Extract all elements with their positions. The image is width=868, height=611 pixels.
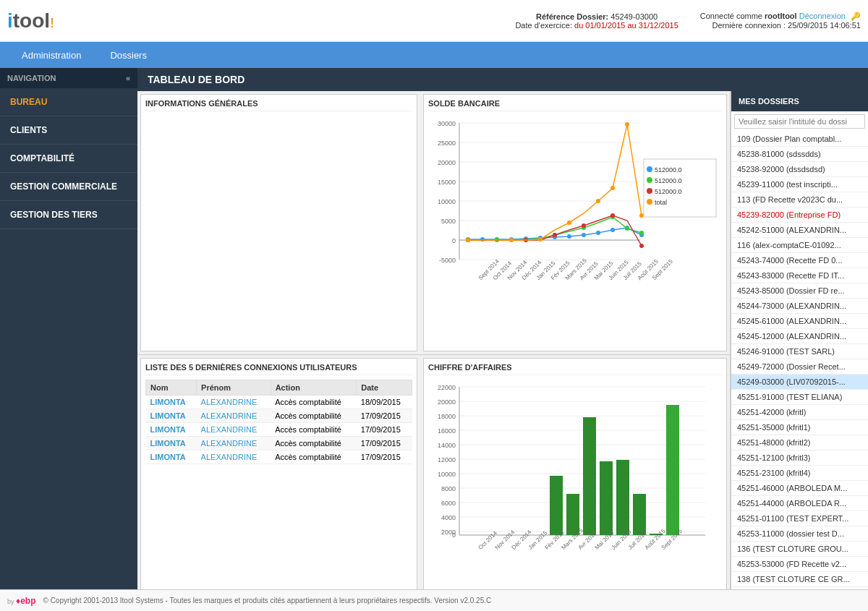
list-item[interactable]: 45253-53000 (FD Recette v2...: [731, 557, 868, 572]
conn-nom: LIMONTA: [146, 436, 197, 450]
svg-text:30000: 30000: [438, 120, 456, 127]
svg-point-55: [582, 223, 586, 228]
sidebar: NAVIGATION « BUREAU CLIENTS COMPTABILITÉ…: [0, 68, 137, 589]
list-item[interactable]: 45238-92000 (dssdsdsd): [731, 162, 868, 177]
svg-text:10000: 10000: [438, 198, 456, 205]
list-item[interactable]: 45249-03000 (LIV07092015-...: [731, 375, 868, 390]
list-item[interactable]: 45253-11000 (dossier test D...: [731, 526, 868, 542]
footer-logo: by ♦ebp: [7, 596, 35, 606]
svg-text:512000.0: 512000.0: [655, 166, 682, 174]
list-item[interactable]: 45242-51000 (ALEXANDRIN...: [731, 223, 868, 238]
chiffre-panel-title: CHIFFRE D'AFFAIRES: [428, 363, 722, 375]
sidebar-item-gestion-tiers[interactable]: GESTION DES TIERS: [0, 201, 137, 229]
list-item[interactable]: 45249-72000 (Dossier Recet...: [731, 359, 868, 375]
info-content: [145, 116, 412, 275]
sidebar-item-comptabilite[interactable]: COMPTABILITÉ: [0, 145, 137, 173]
svg-text:5000: 5000: [441, 218, 456, 225]
list-item[interactable]: 113 (FD Recette v2023C du...: [731, 192, 868, 208]
conn-prenom: ALEXANDRINE: [197, 422, 271, 436]
svg-text:6000: 6000: [441, 500, 456, 507]
conn-prenom: ALEXANDRINE: [197, 395, 271, 409]
chiffre-chart: 22000 20000 18000 16000 14000 12000 1000…: [428, 380, 722, 575]
svg-rect-109: [616, 460, 629, 535]
col-action: Action: [271, 380, 357, 395]
list-item[interactable]: 45243-85000 (Dossier FD re...: [731, 283, 868, 299]
panels: INFORMATIONS GÉNÉRALES SOLDE BANCAIRE: [137, 91, 868, 589]
footer-copyright: © Copyright 2001-2013 Itool Systems - To…: [43, 597, 491, 604]
reference-value: 45249-03000: [610, 12, 658, 21]
nav-administration[interactable]: Administration: [7, 44, 95, 67]
list-item[interactable]: 45251-42000 (kfritl): [731, 405, 868, 420]
key-icon: 🔑: [851, 12, 861, 20]
svg-text:20000: 20000: [438, 398, 456, 406]
list-item[interactable]: 45251-91000 (TEST ELIANA): [731, 390, 868, 405]
content-header: TABLEAU DE BORD: [137, 68, 868, 91]
conn-prenom: ALEXANDRINE: [197, 409, 271, 422]
list-item[interactable]: 45251-01100 (TEST EXPERT...: [731, 511, 868, 526]
conn-nom: LIMONTA: [146, 395, 197, 409]
list-item[interactable]: 45245-12000 (ALEXANDRIN...: [731, 329, 868, 344]
last-login: Dernière connexion : 25/09/2015 14:06:51: [700, 21, 861, 30]
list-item[interactable]: 45251-48000 (kfritl2): [731, 435, 868, 450]
sidebar-header: NAVIGATION «: [0, 68, 137, 88]
list-item[interactable]: 45246-91000 (TEST SARL): [731, 344, 868, 359]
list-item[interactable]: 45239-82000 (Entreprise FD): [731, 208, 868, 223]
svg-point-69: [647, 177, 652, 183]
svg-text:512000.0: 512000.0: [655, 177, 682, 184]
list-item[interactable]: 116 (alex-comptaCE-01092...: [731, 238, 868, 253]
conn-prenom: ALEXANDRINE: [197, 450, 271, 463]
list-item[interactable]: 138 (TEST CLOTURE CE GR...: [731, 572, 868, 587]
svg-text:4000: 4000: [441, 514, 456, 521]
list-item[interactable]: 136 (TEST CLOTURE GROU...: [731, 542, 868, 557]
list-item[interactable]: 45256-92000 (alexlivR?v2.0...: [731, 587, 868, 589]
svg-point-51: [639, 231, 644, 235]
col-prenom: Prénom: [197, 380, 271, 395]
conn-action: Accès comptabilité: [271, 395, 357, 409]
sidebar-item-clients[interactable]: CLIENTS: [0, 116, 137, 145]
list-item[interactable]: 45251-12100 (kfritl3): [731, 450, 868, 466]
svg-text:25000: 25000: [438, 140, 456, 147]
list-item[interactable]: 109 (Dossier Plan comptabl...: [731, 132, 868, 147]
svg-text:-5000: -5000: [439, 257, 456, 264]
sidebar-collapse[interactable]: «: [126, 74, 130, 82]
conn-date: 17/09/2015: [357, 409, 412, 422]
svg-text:8000: 8000: [441, 485, 456, 492]
svg-text:16000: 16000: [438, 427, 456, 435]
dossiers-list: 109 (Dossier Plan comptabl...45238-81000…: [731, 132, 868, 589]
svg-text:20000: 20000: [438, 159, 456, 166]
svg-text:12000: 12000: [438, 456, 456, 463]
conn-date: 18/09/2015: [357, 395, 412, 409]
list-item[interactable]: 45251-35000 (kfritl1): [731, 420, 868, 435]
list-item[interactable]: 45243-74000 (Recette FD 0...: [731, 253, 868, 268]
table-row: LIMONTA ALEXANDRINE Accès comptabilité 1…: [146, 409, 412, 422]
list-item[interactable]: 45251-23100 (kfritl4): [731, 466, 868, 481]
svg-point-71: [647, 188, 652, 194]
list-item[interactable]: 45238-81000 (sdssdds): [731, 147, 868, 162]
sidebar-title: NAVIGATION: [7, 74, 56, 82]
conn-date: 17/09/2015: [357, 436, 412, 450]
list-item[interactable]: 45245-61000 (ALEXANDRIN...: [731, 314, 868, 329]
list-item[interactable]: 45239-11000 (test inscripti...: [731, 177, 868, 192]
svg-text:15000: 15000: [438, 179, 456, 186]
svg-point-56: [610, 213, 615, 218]
svg-rect-105: [550, 476, 563, 535]
list-item[interactable]: 45251-46000 (ARBOLEDA M...: [731, 481, 868, 496]
logout-link[interactable]: Déconnexion: [799, 12, 846, 20]
solde-chart: 30000 25000 20000 15000 10000 5000 0 -50…: [428, 116, 722, 289]
svg-text:10000: 10000: [438, 471, 456, 478]
list-item[interactable]: 45251-44000 (ARBOLEDA R...: [731, 496, 868, 511]
sidebar-item-gestion-commerciale[interactable]: GESTION COMMERCIALE: [0, 173, 137, 201]
dossiers-search-input[interactable]: [734, 114, 865, 129]
svg-text:total: total: [655, 199, 667, 206]
svg-point-63: [610, 186, 615, 190]
svg-point-73: [647, 199, 652, 205]
svg-point-65: [639, 213, 644, 218]
col-nom: Nom: [146, 380, 197, 395]
svg-text:512000.0: 512000.0: [655, 188, 682, 195]
sidebar-item-bureau[interactable]: BUREAU: [0, 88, 137, 116]
nav-dossiers[interactable]: Dossiers: [95, 44, 161, 67]
list-item[interactable]: 45243-83000 (Recette FD IT...: [731, 268, 868, 283]
list-item[interactable]: 45244-73000 (ALEXANDRIN...: [731, 299, 868, 314]
svg-point-61: [567, 221, 571, 225]
svg-point-64: [625, 122, 629, 127]
